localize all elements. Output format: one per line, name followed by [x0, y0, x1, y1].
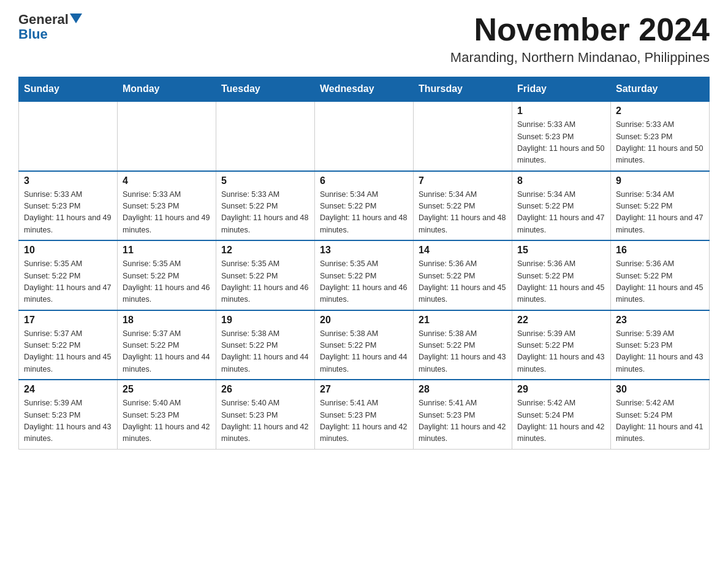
calendar-cell: 16Sunrise: 5:36 AM Sunset: 5:22 PM Dayli…: [611, 240, 710, 310]
calendar-cell: 9Sunrise: 5:34 AM Sunset: 5:22 PM Daylig…: [611, 171, 710, 241]
day-number: 3: [24, 175, 112, 186]
day-number: 21: [419, 315, 507, 326]
day-info: Sunrise: 5:33 AM Sunset: 5:23 PM Dayligh…: [24, 189, 112, 237]
calendar-cell: 15Sunrise: 5:36 AM Sunset: 5:22 PM Dayli…: [512, 240, 611, 310]
day-info: Sunrise: 5:35 AM Sunset: 5:22 PM Dayligh…: [320, 258, 408, 306]
calendar-cell: 30Sunrise: 5:42 AM Sunset: 5:24 PM Dayli…: [611, 380, 710, 449]
day-number: 25: [123, 384, 211, 395]
day-number: 24: [24, 384, 112, 395]
calendar-cell: 18Sunrise: 5:37 AM Sunset: 5:22 PM Dayli…: [118, 310, 216, 380]
day-info: Sunrise: 5:39 AM Sunset: 5:22 PM Dayligh…: [517, 328, 605, 376]
day-number: 14: [419, 245, 507, 256]
calendar-cell: 23Sunrise: 5:39 AM Sunset: 5:23 PM Dayli…: [611, 310, 710, 380]
calendar-cell: [19, 101, 118, 171]
day-info: Sunrise: 5:34 AM Sunset: 5:22 PM Dayligh…: [616, 189, 704, 237]
day-info: Sunrise: 5:35 AM Sunset: 5:22 PM Dayligh…: [123, 258, 211, 306]
day-info: Sunrise: 5:34 AM Sunset: 5:22 PM Dayligh…: [320, 189, 408, 237]
day-number: 10: [24, 245, 112, 256]
day-info: Sunrise: 5:40 AM Sunset: 5:23 PM Dayligh…: [221, 397, 309, 445]
calendar-table: SundayMondayTuesdayWednesdayThursdayFrid…: [18, 77, 710, 450]
calendar-week-row: 1Sunrise: 5:33 AM Sunset: 5:23 PM Daylig…: [19, 101, 710, 171]
day-number: 9: [616, 175, 704, 186]
weekday-header-wednesday: Wednesday: [315, 77, 414, 102]
day-number: 5: [221, 175, 309, 186]
calendar-header-row: SundayMondayTuesdayWednesdayThursdayFrid…: [19, 77, 710, 102]
day-info: Sunrise: 5:34 AM Sunset: 5:22 PM Dayligh…: [517, 189, 605, 237]
day-info: Sunrise: 5:41 AM Sunset: 5:23 PM Dayligh…: [320, 397, 408, 445]
calendar-cell: 11Sunrise: 5:35 AM Sunset: 5:22 PM Dayli…: [118, 240, 216, 310]
day-info: Sunrise: 5:34 AM Sunset: 5:22 PM Dayligh…: [419, 189, 507, 237]
day-number: 2: [616, 105, 704, 117]
calendar-cell: [118, 101, 216, 171]
calendar-cell: 26Sunrise: 5:40 AM Sunset: 5:23 PM Dayli…: [216, 380, 315, 449]
calendar-cell: 13Sunrise: 5:35 AM Sunset: 5:22 PM Dayli…: [315, 240, 414, 310]
calendar-cell: 5Sunrise: 5:33 AM Sunset: 5:22 PM Daylig…: [216, 171, 315, 241]
day-number: 19: [221, 315, 309, 326]
day-info: Sunrise: 5:38 AM Sunset: 5:22 PM Dayligh…: [419, 328, 507, 376]
calendar-cell: 21Sunrise: 5:38 AM Sunset: 5:22 PM Dayli…: [414, 310, 512, 380]
day-number: 6: [320, 175, 408, 186]
calendar-cell: 4Sunrise: 5:33 AM Sunset: 5:23 PM Daylig…: [118, 171, 216, 241]
calendar-cell: 24Sunrise: 5:39 AM Sunset: 5:23 PM Dayli…: [19, 380, 118, 449]
calendar-cell: 3Sunrise: 5:33 AM Sunset: 5:23 PM Daylig…: [19, 171, 118, 241]
logo: General Blue: [18, 12, 82, 42]
calendar-cell: 28Sunrise: 5:41 AM Sunset: 5:23 PM Dayli…: [414, 380, 512, 449]
weekday-header-friday: Friday: [512, 77, 611, 102]
calendar-cell: 12Sunrise: 5:35 AM Sunset: 5:22 PM Dayli…: [216, 240, 315, 310]
day-number: 8: [517, 175, 605, 186]
day-number: 7: [419, 175, 507, 186]
day-info: Sunrise: 5:40 AM Sunset: 5:23 PM Dayligh…: [123, 397, 211, 445]
logo-blue-text: Blue: [18, 27, 48, 42]
calendar-week-row: 17Sunrise: 5:37 AM Sunset: 5:22 PM Dayli…: [19, 310, 710, 380]
month-title: November 2024: [450, 12, 710, 47]
day-info: Sunrise: 5:36 AM Sunset: 5:22 PM Dayligh…: [419, 258, 507, 306]
calendar-cell: 19Sunrise: 5:38 AM Sunset: 5:22 PM Dayli…: [216, 310, 315, 380]
calendar-week-row: 3Sunrise: 5:33 AM Sunset: 5:23 PM Daylig…: [19, 171, 710, 241]
day-number: 4: [123, 175, 211, 186]
calendar-cell: 1Sunrise: 5:33 AM Sunset: 5:23 PM Daylig…: [512, 101, 611, 171]
day-number: 20: [320, 315, 408, 326]
calendar-cell: 22Sunrise: 5:39 AM Sunset: 5:22 PM Dayli…: [512, 310, 611, 380]
calendar-week-row: 10Sunrise: 5:35 AM Sunset: 5:22 PM Dayli…: [19, 240, 710, 310]
day-number: 12: [221, 245, 309, 256]
day-info: Sunrise: 5:41 AM Sunset: 5:23 PM Dayligh…: [419, 397, 507, 445]
day-number: 30: [616, 384, 704, 395]
weekday-header-sunday: Sunday: [19, 77, 118, 102]
weekday-header-saturday: Saturday: [611, 77, 710, 102]
calendar-week-row: 24Sunrise: 5:39 AM Sunset: 5:23 PM Dayli…: [19, 380, 710, 449]
day-number: 29: [517, 384, 605, 395]
day-number: 28: [419, 384, 507, 395]
calendar-cell: 7Sunrise: 5:34 AM Sunset: 5:22 PM Daylig…: [414, 171, 512, 241]
day-info: Sunrise: 5:33 AM Sunset: 5:23 PM Dayligh…: [616, 119, 704, 167]
day-info: Sunrise: 5:35 AM Sunset: 5:22 PM Dayligh…: [221, 258, 309, 306]
calendar-cell: 17Sunrise: 5:37 AM Sunset: 5:22 PM Dayli…: [19, 310, 118, 380]
day-info: Sunrise: 5:42 AM Sunset: 5:24 PM Dayligh…: [616, 397, 704, 445]
day-info: Sunrise: 5:33 AM Sunset: 5:23 PM Dayligh…: [517, 119, 605, 167]
day-number: 18: [123, 315, 211, 326]
day-info: Sunrise: 5:36 AM Sunset: 5:22 PM Dayligh…: [517, 258, 605, 306]
day-info: Sunrise: 5:36 AM Sunset: 5:22 PM Dayligh…: [616, 258, 704, 306]
calendar-cell: [216, 101, 315, 171]
title-block: November 2024 Maranding, Northern Mindan…: [450, 12, 710, 66]
day-info: Sunrise: 5:38 AM Sunset: 5:22 PM Dayligh…: [320, 328, 408, 376]
day-info: Sunrise: 5:37 AM Sunset: 5:22 PM Dayligh…: [24, 328, 112, 376]
day-info: Sunrise: 5:33 AM Sunset: 5:22 PM Dayligh…: [221, 189, 309, 237]
calendar-cell: 27Sunrise: 5:41 AM Sunset: 5:23 PM Dayli…: [315, 380, 414, 449]
calendar-cell: 8Sunrise: 5:34 AM Sunset: 5:22 PM Daylig…: [512, 171, 611, 241]
logo-general-text: General: [18, 12, 69, 27]
day-number: 22: [517, 315, 605, 326]
page-header: General Blue November 2024 Maranding, No…: [18, 12, 710, 66]
day-number: 23: [616, 315, 704, 326]
day-info: Sunrise: 5:42 AM Sunset: 5:24 PM Dayligh…: [517, 397, 605, 445]
day-info: Sunrise: 5:35 AM Sunset: 5:22 PM Dayligh…: [24, 258, 112, 306]
day-number: 26: [221, 384, 309, 395]
day-number: 11: [123, 245, 211, 256]
weekday-header-thursday: Thursday: [414, 77, 512, 102]
day-info: Sunrise: 5:33 AM Sunset: 5:23 PM Dayligh…: [123, 189, 211, 237]
day-info: Sunrise: 5:39 AM Sunset: 5:23 PM Dayligh…: [24, 397, 112, 445]
day-number: 17: [24, 315, 112, 326]
location-title: Maranding, Northern Mindanao, Philippine…: [450, 50, 710, 66]
day-info: Sunrise: 5:38 AM Sunset: 5:22 PM Dayligh…: [221, 328, 309, 376]
weekday-header-tuesday: Tuesday: [216, 77, 315, 102]
weekday-header-monday: Monday: [118, 77, 216, 102]
